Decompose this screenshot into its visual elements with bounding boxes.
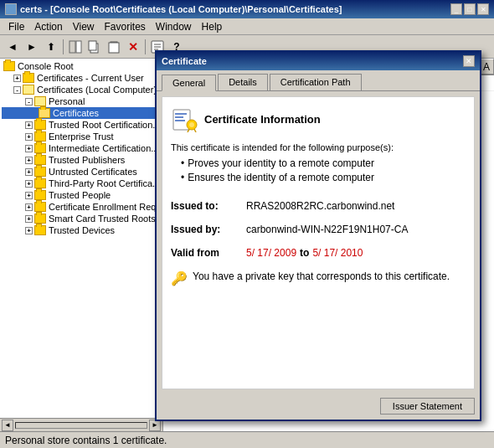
tree-label: Trusted People — [49, 190, 111, 200]
menu-file[interactable]: File — [3, 20, 29, 33]
tree-label: Console Root — [18, 61, 74, 71]
expand-icon[interactable]: + — [25, 133, 33, 141]
folder-icon — [34, 131, 46, 142]
valid-from-label: Valid from — [171, 247, 246, 259]
tree-item-trusted-devices[interactable]: + Trusted Devices — [2, 224, 161, 236]
tab-bar: General Details Certification Path — [157, 70, 480, 91]
show-hide-button[interactable] — [66, 38, 85, 56]
tree-label: Smart Card Trusted Roots — [49, 214, 156, 224]
tree-label: Untrusted Certificates — [49, 167, 137, 177]
tree-label: Certificate Enrollment Req... — [49, 202, 162, 212]
tree-item-smart-card[interactable]: + Smart Card Trusted Roots — [2, 213, 161, 224]
dialog-title-text: Certificate — [162, 56, 207, 66]
paste-button[interactable] — [105, 38, 123, 56]
cert-info-title: Certificate Information — [204, 113, 321, 126]
svg-line-22 — [194, 129, 196, 132]
status-text: Personal store contains 1 certificate. — [5, 435, 167, 446]
scroll-left[interactable]: ◄ — [2, 420, 13, 431]
tree-item-certs-local-computer[interactable]: - Certificates (Local Computer) — [2, 84, 161, 95]
folder-icon — [34, 143, 46, 153]
tree-label: Trusted Devices — [49, 225, 115, 235]
menu-bar: File Action View Favorites Window Help — [0, 18, 494, 35]
folder-open-icon — [23, 85, 34, 95]
copy-button[interactable] — [85, 38, 104, 56]
folder-icon — [39, 108, 50, 118]
folder-icon — [34, 155, 46, 165]
expand-icon[interactable]: + — [25, 227, 33, 234]
expand-icon[interactable]: - — [25, 98, 33, 106]
folder-icon — [34, 202, 46, 212]
maximize-button[interactable]: □ — [464, 3, 476, 15]
forward-button[interactable]: ► — [23, 38, 41, 56]
dialog-close-button[interactable]: ✕ — [463, 55, 475, 67]
key-icon: 🔑 — [171, 270, 188, 286]
expand-icon[interactable]: - — [13, 86, 21, 94]
cert-large-icon — [171, 106, 198, 132]
tree-item-cert-enrollment[interactable]: + Certificate Enrollment Req... — [2, 201, 161, 213]
tree-item-third-party-root[interactable]: + Third-Party Root Certifica... — [2, 178, 161, 189]
expand-icon[interactable]: + — [25, 145, 33, 152]
tab-general[interactable]: General — [162, 75, 216, 91]
cert-purposes-label: This certificate is intended for the fol… — [171, 142, 466, 152]
menu-window[interactable]: Window — [151, 20, 197, 33]
svg-rect-18 — [175, 120, 185, 121]
title-bar-controls: _ □ ✕ — [450, 3, 489, 15]
expand-icon[interactable]: + — [25, 121, 33, 129]
folder-icon — [34, 178, 46, 188]
dialog-buttons: Issuer Statement — [157, 394, 480, 420]
tree-label: Intermediate Certification... — [49, 143, 158, 153]
status-bar: Personal store contains 1 certificate. — [0, 431, 494, 448]
menu-help[interactable]: Help — [197, 20, 228, 33]
svg-rect-16 — [175, 113, 187, 115]
menu-action[interactable]: Action — [29, 20, 67, 33]
tree-label: Third-Party Root Certifica... — [49, 178, 160, 188]
tab-certification-path[interactable]: Certification Path — [270, 74, 362, 90]
folder-icon — [34, 120, 46, 130]
tree-item-untrusted-certs[interactable]: + Untrusted Certificates — [2, 166, 161, 178]
expand-icon[interactable]: + — [25, 192, 33, 199]
folder-open-icon — [34, 96, 46, 106]
tree-label: Trusted Publishers — [49, 155, 125, 165]
cert-bullet-text-1: Proves your identity to a remote compute… — [188, 157, 374, 169]
menu-favorites[interactable]: Favorites — [100, 20, 151, 33]
expand-icon[interactable]: + — [25, 203, 33, 211]
up-button[interactable]: ⬆ — [42, 38, 60, 56]
svg-rect-0 — [69, 41, 75, 53]
cert-bullet-1: • Proves your identity to a remote compu… — [181, 157, 466, 169]
close-button[interactable]: ✕ — [477, 3, 489, 15]
tree-label: Certificates - Current User — [37, 73, 144, 83]
minimize-button[interactable]: _ — [450, 3, 462, 15]
private-key-text: You have a private key that corresponds … — [193, 270, 450, 282]
tree-item-trusted-publishers[interactable]: + Trusted Publishers — [2, 154, 161, 166]
expand-icon[interactable]: + — [25, 180, 33, 188]
cert-details-section: Issued to: RRAS2008R2RC.carbonwind.net I… — [171, 200, 466, 259]
valid-to-label: to — [300, 247, 309, 259]
tree-item-intermediate-cert[interactable]: + Intermediate Certification... — [2, 142, 161, 154]
dialog-content: Certificate Information This certificate… — [162, 96, 475, 389]
tree-label: Enterprise Trust — [49, 131, 114, 142]
tree-item-personal[interactable]: - Personal — [2, 95, 161, 107]
svg-rect-3 — [89, 41, 96, 50]
folder-icon — [23, 73, 34, 83]
tree-item-trusted-root[interactable]: + Trusted Root Certification... — [2, 119, 161, 131]
tree-item-certificates[interactable]: Certificates — [2, 107, 161, 119]
delete-button[interactable]: ✕ — [124, 38, 142, 56]
tab-details[interactable]: Details — [218, 74, 268, 90]
menu-view[interactable]: View — [68, 20, 100, 33]
expand-icon[interactable]: + — [13, 75, 21, 82]
toolbar-separator-2 — [145, 39, 146, 54]
tree-item-trusted-people[interactable]: + Trusted People — [2, 189, 161, 201]
tree-item-enterprise-trust[interactable]: + Enterprise Trust — [2, 131, 161, 142]
tree-item-certs-current-user[interactable]: + Certificates - Current User — [2, 72, 161, 84]
back-button[interactable]: ◄ — [3, 38, 22, 56]
expand-icon[interactable]: + — [25, 157, 33, 164]
issuer-statement-button[interactable]: Issuer Statement — [380, 398, 475, 415]
folder-icon — [34, 225, 46, 235]
expand-icon[interactable]: + — [25, 215, 33, 223]
tree-area[interactable]: Console Root + Certificates - Current Us… — [0, 59, 162, 418]
certificate-dialog: Certificate ✕ General Details Certificat… — [155, 50, 481, 421]
tree-item-console-root[interactable]: Console Root — [2, 60, 161, 72]
folder-icon — [3, 61, 15, 71]
tree-label: Certificates — [53, 108, 99, 118]
expand-icon[interactable]: + — [25, 168, 33, 176]
